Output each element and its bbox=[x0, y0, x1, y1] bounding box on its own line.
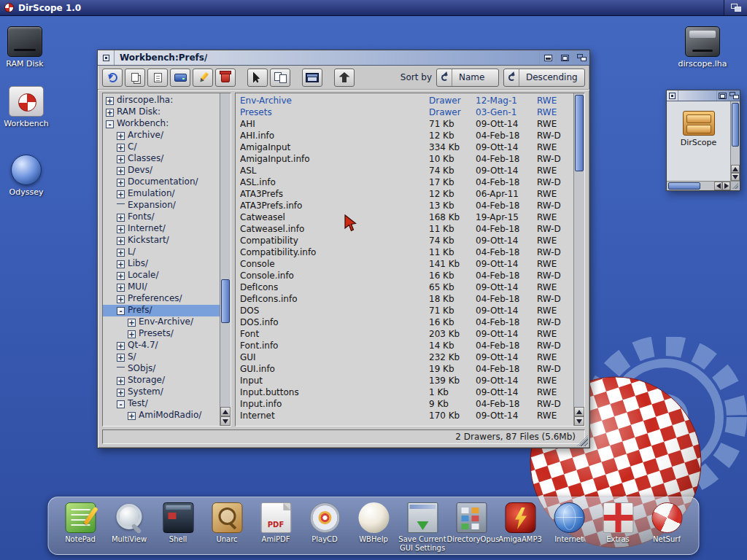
file-row[interactable]: Catweasel168 Kb19-Apr-15RWE bbox=[236, 211, 573, 223]
dock-item-notepad[interactable]: NotePad bbox=[56, 502, 105, 552]
tree-item[interactable]: +Preferences/ bbox=[103, 293, 220, 305]
tree-scroll-up-button[interactable] bbox=[220, 407, 231, 416]
file-row[interactable]: Font.info14 Kb04-Feb-18RW-D bbox=[236, 340, 573, 351]
desktop-icon-odyssey[interactable]: Odyssey bbox=[0, 155, 55, 197]
close-gadget[interactable] bbox=[98, 50, 115, 65]
dock-item-unarc[interactable]: Unarc bbox=[203, 502, 252, 552]
file-row[interactable]: DefIcons.info18 Kb04-Feb-18RW-D bbox=[236, 293, 573, 305]
iconify-gadget[interactable] bbox=[539, 50, 556, 65]
tree-item[interactable]: -Test/ bbox=[103, 398, 220, 410]
depth-gadget[interactable] bbox=[573, 50, 589, 65]
expand-icon[interactable]: + bbox=[117, 272, 125, 280]
sort-field-cycle[interactable]: Name bbox=[436, 69, 499, 87]
file-row[interactable]: AHI71 Kb09-Ott-14RWE bbox=[236, 118, 573, 130]
collapse-icon[interactable]: - bbox=[117, 307, 125, 315]
file-row[interactable]: ASL74 Kb09-Ott-14RWE bbox=[236, 165, 573, 176]
dock-item-internet[interactable]: Internet bbox=[545, 502, 594, 552]
select-button[interactable] bbox=[270, 69, 290, 87]
file-row[interactable]: Console.info16 Kb04-Feb-18RW-D bbox=[236, 270, 573, 281]
zoom-gadget[interactable] bbox=[716, 90, 728, 101]
collapse-icon[interactable]: - bbox=[117, 400, 125, 408]
file-row[interactable]: Catweasel.info11 Kb04-Feb-18RW-D bbox=[236, 223, 573, 235]
file-row[interactable]: PresetsDrawer03-Gen-1RWE bbox=[236, 106, 573, 118]
expand-icon[interactable]: + bbox=[128, 330, 136, 338]
rename-button[interactable] bbox=[147, 69, 168, 87]
expand-icon[interactable]: + bbox=[117, 389, 125, 397]
tree-item[interactable]: +Kickstart/ bbox=[103, 235, 220, 246]
expand-icon[interactable]: + bbox=[117, 249, 125, 257]
expand-icon[interactable]: + bbox=[117, 260, 125, 268]
scroll-up-button[interactable] bbox=[731, 165, 740, 173]
sort-order-cycle[interactable]: Descending bbox=[503, 69, 585, 87]
dock-item-wbhelp[interactable]: WBHelp bbox=[349, 502, 398, 552]
file-row[interactable]: Internet170 Kb09-Ott-14RWE bbox=[236, 410, 573, 421]
list-scrollbar-thumb[interactable] bbox=[575, 95, 584, 171]
tree-item[interactable]: +Libs/ bbox=[103, 258, 220, 270]
tree-item[interactable]: +Fonts/ bbox=[103, 211, 220, 223]
tree-item[interactable]: -Prefs/ bbox=[103, 305, 220, 316]
desktop-icon-dirscope-lha[interactable]: dirscope.lha bbox=[674, 26, 731, 69]
tree-item[interactable]: +Storage/ bbox=[103, 375, 220, 386]
tree-scrollbar-thumb[interactable] bbox=[221, 279, 230, 322]
expand-icon[interactable]: + bbox=[117, 155, 125, 163]
depth-gadget[interactable] bbox=[728, 90, 740, 101]
dock-item-dopus[interactable]: DirectoryOpus bbox=[447, 502, 496, 552]
tree-item[interactable]: +Qt-4.7/ bbox=[103, 340, 220, 351]
list-scroll-down-button[interactable] bbox=[574, 416, 584, 426]
hscrollbar-thumb[interactable] bbox=[668, 182, 700, 190]
tree-item[interactable]: +MUI/ bbox=[103, 281, 220, 293]
tree-item[interactable]: +L/ bbox=[103, 246, 220, 258]
file-row[interactable]: AmigaInput.info10 Kb04-Feb-18RW-D bbox=[236, 153, 573, 165]
screen-depth-gadget[interactable] bbox=[724, 0, 747, 15]
scroll-left-button[interactable] bbox=[714, 182, 722, 190]
expand-icon[interactable]: + bbox=[117, 179, 125, 187]
tree-item[interactable]: +System/ bbox=[103, 386, 220, 398]
expand-icon[interactable]: + bbox=[117, 190, 125, 198]
list-scrollbar[interactable] bbox=[573, 93, 584, 426]
zoom-gadget[interactable] bbox=[556, 50, 573, 65]
tree-scrollbar[interactable] bbox=[220, 93, 231, 426]
resize-grip[interactable] bbox=[730, 181, 740, 190]
file-row[interactable]: GUI.info19 Kb04-Feb-18RW-D bbox=[236, 363, 573, 375]
tree-item[interactable]: SObjs/ bbox=[103, 363, 220, 375]
expand-icon[interactable]: + bbox=[117, 225, 125, 233]
tree-item[interactable]: -Workbench: bbox=[103, 118, 220, 130]
copy-button[interactable] bbox=[125, 69, 145, 87]
file-row[interactable]: ASL.info17 Kb04-Feb-18RW-D bbox=[236, 176, 573, 188]
dock-item-netsurf[interactable]: NetSurf bbox=[643, 502, 692, 552]
expand-icon[interactable]: + bbox=[117, 214, 125, 222]
tree-item[interactable]: +Env-Archive/ bbox=[103, 316, 220, 328]
file-row[interactable]: Env-ArchiveDrawer12-Mag-1RWE bbox=[236, 95, 573, 106]
file-row[interactable]: DOS.info16 Kb04-Feb-18RW-D bbox=[236, 316, 573, 328]
dirscope-drawer-icon[interactable] bbox=[683, 111, 715, 136]
tree-item[interactable]: +RAM Disk: bbox=[103, 106, 220, 118]
pointer-button[interactable] bbox=[247, 69, 268, 87]
window-titlebar[interactable]: Workbench:Prefs/ bbox=[98, 50, 589, 66]
expand-icon[interactable]: + bbox=[117, 167, 125, 175]
parent-button[interactable] bbox=[334, 69, 355, 87]
tree-item[interactable]: +S/ bbox=[103, 351, 220, 363]
dock-item-extras[interactable]: Extras bbox=[594, 502, 643, 552]
tree-item[interactable]: +Internet/ bbox=[103, 223, 220, 235]
file-row[interactable]: Compatibility74 Kb09-Ott-14RWE bbox=[236, 235, 573, 246]
tree-item[interactable]: +AmiModRadio/ bbox=[103, 410, 220, 421]
scroll-right-button[interactable] bbox=[722, 182, 730, 190]
tree-scroll-down-button[interactable] bbox=[220, 416, 231, 426]
screen-button[interactable] bbox=[302, 69, 322, 87]
refresh-button[interactable] bbox=[102, 69, 123, 87]
desktop-icon-workbench[interactable]: Workbench bbox=[0, 86, 55, 128]
file-row[interactable]: DefIcons65 Kb09-Ott-14RWE bbox=[236, 281, 573, 293]
expand-icon[interactable]: + bbox=[117, 237, 125, 245]
dock-item-amipdf[interactable]: AmiPDF bbox=[252, 502, 301, 552]
file-row[interactable]: Input139 Kb09-Ott-14RWE bbox=[236, 375, 573, 386]
expand-icon[interactable]: + bbox=[117, 342, 125, 350]
file-row[interactable]: ATA3Prefs12 Kb06-Apr-11RWE bbox=[236, 188, 573, 200]
dock-item-playcd[interactable]: PlayCD bbox=[301, 502, 349, 552]
delete-button[interactable] bbox=[215, 69, 236, 87]
tree-item[interactable]: +C/ bbox=[103, 141, 220, 153]
expand-icon[interactable]: + bbox=[106, 109, 114, 117]
collapse-icon[interactable]: - bbox=[106, 120, 114, 128]
tree-item[interactable]: Expansion/ bbox=[103, 200, 220, 211]
expand-icon[interactable]: + bbox=[117, 295, 125, 303]
vscrollbar-thumb[interactable] bbox=[732, 103, 739, 147]
